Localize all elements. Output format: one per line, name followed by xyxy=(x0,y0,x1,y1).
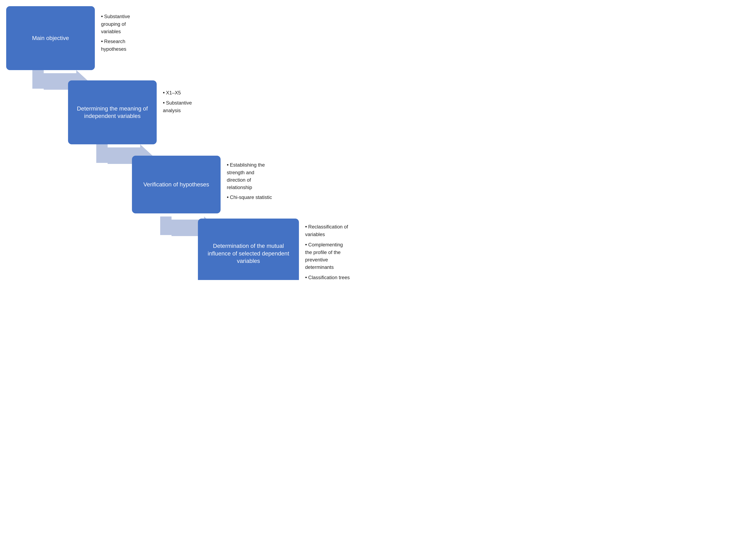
box-determination: Determination of the mutual influence of… xyxy=(198,219,299,280)
box-main-objective: Main objective xyxy=(6,6,95,70)
box-determining: Determining the meaning of independent v… xyxy=(68,80,157,144)
bullets-4: Reclassification ofvariables Complementi… xyxy=(305,223,350,280)
diagram-container: Main objective Determining the meaning o… xyxy=(0,0,375,280)
svg-rect-0 xyxy=(33,70,44,89)
bullets-3: Establishing thestrength anddirection of… xyxy=(227,161,272,201)
svg-rect-4 xyxy=(160,217,171,235)
box-verification: Verification of hypotheses xyxy=(132,156,221,214)
svg-rect-2 xyxy=(96,144,108,163)
bullets-1: Substantivegrouping ofvariables Research… xyxy=(101,12,130,53)
bullets-2: X1–X5 Substantiveanalysis xyxy=(163,89,192,114)
